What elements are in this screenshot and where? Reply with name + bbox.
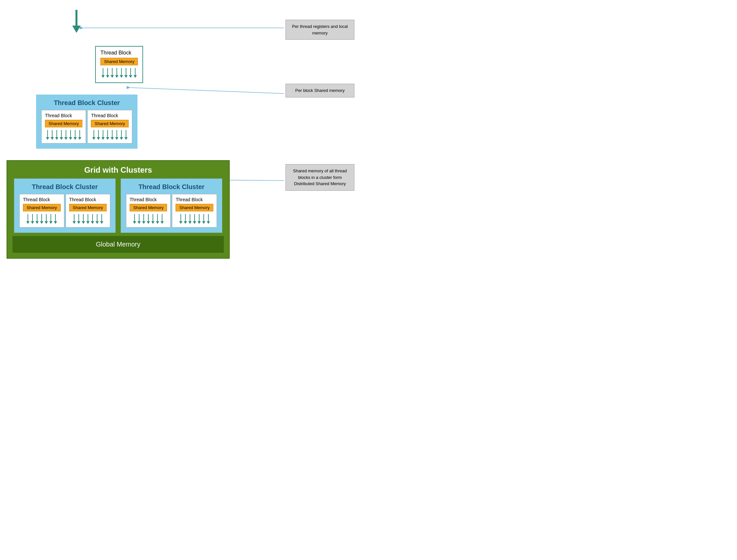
grid-c2-tb1-title: Thread Block xyxy=(130,197,167,202)
single-thread-block-section: Thread Block Shared Memory xyxy=(49,46,230,83)
gc2t2-a7 xyxy=(207,214,210,224)
grid-cluster-2-inner: Thread Block Shared Memory xyxy=(126,194,217,227)
gc2t2-a5 xyxy=(198,214,201,224)
grid-c1-tb1-arrows xyxy=(23,214,60,224)
ct2-a3 xyxy=(101,130,105,140)
ct1-a8 xyxy=(78,130,81,140)
grid-c1-tb2-shared: Shared Memory xyxy=(69,204,107,211)
t-arrow-4 xyxy=(115,68,119,78)
gc2t2-a1 xyxy=(179,214,183,224)
ct1-a4 xyxy=(60,130,63,140)
gc2t1-a7 xyxy=(161,214,164,224)
t-arrow-6 xyxy=(124,68,128,78)
gc2t1-a1 xyxy=(133,214,136,224)
ct2-a6 xyxy=(115,130,119,140)
annotation-distributed: Shared memory of all thread blocks in a … xyxy=(286,164,355,191)
thread-block-cluster: Thread Block Cluster Thread Block Shared… xyxy=(36,95,138,149)
grid-cluster-2-title: Thread Block Cluster xyxy=(126,183,217,191)
t-arrow-5 xyxy=(120,68,123,78)
ct1-a1 xyxy=(46,130,49,140)
grid-cluster-1: Thread Block Cluster Thread Block Shared… xyxy=(14,179,116,233)
ct1-a3 xyxy=(55,130,58,140)
ct2-a1 xyxy=(92,130,96,140)
grid-c2-tb2-arrows xyxy=(176,214,213,224)
grid-section: Grid with Clusters Thread Block Cluster … xyxy=(7,160,230,259)
gc1t2-a7 xyxy=(100,214,103,224)
gc2t1-a6 xyxy=(156,214,159,224)
cluster-tb1-title: Thread Block xyxy=(45,113,82,118)
ct2-a4 xyxy=(106,130,109,140)
t-arrow-3 xyxy=(111,68,114,78)
gc1t2-a6 xyxy=(96,214,99,224)
cluster-thread-block-2: Thread Block Shared Memory xyxy=(87,110,132,143)
annotation-per-block: Per block Shared memory xyxy=(286,84,355,97)
cluster-title: Thread Block Cluster xyxy=(41,99,132,107)
grid-c2-tb2: Thread Block Shared Memory xyxy=(172,194,217,227)
cluster-tb2-arrows xyxy=(91,130,128,140)
global-memory-bar: Global Memory xyxy=(12,236,224,253)
gc1t1-a7 xyxy=(54,214,57,224)
gc1t2-a2 xyxy=(77,214,80,224)
ct2-a5 xyxy=(111,130,114,140)
gc1t1-a1 xyxy=(26,214,30,224)
t-arrow-7 xyxy=(129,68,132,78)
gc2t1-a2 xyxy=(138,214,141,224)
grid-c2-tb2-shared: Shared Memory xyxy=(176,204,213,211)
t-arrow-8 xyxy=(134,68,137,78)
grid-c1-tb1: Thread Block Shared Memory xyxy=(19,194,64,227)
cluster-tb2-title: Thread Block xyxy=(91,113,128,118)
grid-c1-tb2-arrows xyxy=(69,214,107,224)
grid-cluster-2: Thread Block Cluster Thread Block Shared… xyxy=(121,179,222,233)
gc2t2-a2 xyxy=(184,214,187,224)
cluster-section: Thread Block Cluster Thread Block Shared… xyxy=(7,95,230,149)
thread-block-single: Thread Block Shared Memory xyxy=(95,46,143,83)
grid-c2-tb2-title: Thread Block xyxy=(176,197,213,202)
gc1t2-a5 xyxy=(91,214,94,224)
grid-c1-tb1-title: Thread Block xyxy=(23,197,60,202)
thread-block-title: Thread Block xyxy=(100,50,138,56)
gc1t1-a5 xyxy=(45,214,48,224)
shared-memory-bar-single: Shared Memory xyxy=(100,58,138,65)
gc2t2-a3 xyxy=(188,214,192,224)
grid-title: Grid with Clusters xyxy=(12,165,224,175)
grid-c2-tb1-arrows xyxy=(130,214,167,224)
annotation-per-thread: Per thread registers and local memory xyxy=(286,20,355,40)
grid-cluster-1-title: Thread Block Cluster xyxy=(19,183,110,191)
cluster-thread-block-1: Thread Block Shared Memory xyxy=(41,110,86,143)
grid-cluster-1-inner: Thread Block Shared Memory xyxy=(19,194,110,227)
arrow-head xyxy=(72,26,81,33)
grid-c1-tb2: Thread Block Shared Memory xyxy=(66,194,110,227)
cluster-tb2-shared: Shared Memory xyxy=(91,120,128,127)
gc1t1-a2 xyxy=(31,214,34,224)
grid-c1-tb2-title: Thread Block xyxy=(69,197,107,202)
ct1-a2 xyxy=(51,130,54,140)
gc2t1-a4 xyxy=(147,214,150,224)
ct2-a7 xyxy=(120,130,123,140)
thread-arrows-single xyxy=(100,68,138,78)
thread-arrow-section xyxy=(7,10,230,39)
ct2-a2 xyxy=(97,130,100,140)
grid-c1-tb1-shared: Shared Memory xyxy=(23,204,60,211)
annotation-per-thread-text: Per thread registers and local memory xyxy=(292,24,348,35)
gc1t1-a3 xyxy=(35,214,39,224)
ct1-a5 xyxy=(64,130,68,140)
diagram-container: Thread Block Shared Memory Thread Block … xyxy=(7,10,355,259)
down-arrow-group xyxy=(72,10,81,33)
left-content: Thread Block Shared Memory Thread Block … xyxy=(7,10,230,259)
gc2t2-a6 xyxy=(202,214,206,224)
cluster-tb1-shared: Shared Memory xyxy=(45,120,82,127)
gc1t1-a6 xyxy=(49,214,53,224)
gc2t1-a5 xyxy=(151,214,155,224)
gc1t1-a4 xyxy=(40,214,43,224)
annotation-distributed-text: Shared memory of all thread blocks in a … xyxy=(293,168,347,186)
cluster-tb1-arrows xyxy=(45,130,82,140)
grid-c2-tb1-shared: Shared Memory xyxy=(130,204,167,211)
arrow-stem xyxy=(76,10,77,26)
grid-clusters-row: Thread Block Cluster Thread Block Shared… xyxy=(12,179,224,233)
grid-c2-tb1: Thread Block Shared Memory xyxy=(126,194,171,227)
gc2t1-a3 xyxy=(142,214,145,224)
gc2t2-a4 xyxy=(193,214,196,224)
t-arrow-2 xyxy=(106,68,109,78)
cluster-inner: Thread Block Shared Memory xyxy=(41,110,132,143)
gc1t2-a4 xyxy=(86,214,90,224)
